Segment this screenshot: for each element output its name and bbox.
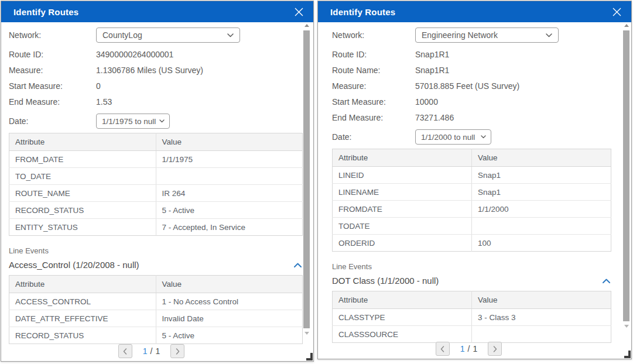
table-row: ENTITY_STATUS7 - Accepted, In Service — [9, 219, 303, 236]
end-measure-value: 1.53 — [96, 97, 112, 107]
value-column-header: Value — [156, 133, 303, 151]
prev-page-button[interactable] — [118, 344, 132, 358]
next-page-button[interactable] — [488, 342, 502, 356]
attribute-column-header: Attribute — [333, 149, 472, 167]
network-field: Network: CountyLog — [9, 28, 313, 43]
next-page-button[interactable] — [170, 344, 184, 358]
page-separator: / — [468, 344, 470, 353]
table-row: FROMDATE1/1/2000 — [333, 201, 611, 218]
pagination: 1/1 — [318, 341, 620, 357]
chevron-down-icon — [227, 33, 234, 37]
end-measure-field: End Measure: 73271.486 — [332, 109, 631, 125]
network-label: Network: — [9, 30, 96, 40]
total-pages: 1 — [155, 346, 160, 356]
resize-grip[interactable] — [306, 353, 313, 360]
scrollbar-thumb[interactable] — [303, 30, 310, 328]
end-measure-value: 73271.486 — [415, 113, 454, 122]
table-row: ORDERID100 — [333, 235, 611, 252]
scrollbar[interactable] — [622, 24, 630, 335]
attribute-column-header: Attribute — [9, 133, 156, 151]
chevron-up-icon[interactable] — [601, 277, 611, 284]
scrollbar[interactable] — [303, 24, 310, 344]
attribute-cell: RECORD_STATUS — [9, 327, 156, 344]
panel-title: Identify Routes — [330, 7, 395, 17]
date-field: Date: 1/1/1975 to null — [9, 114, 313, 129]
page-separator: / — [150, 346, 153, 356]
chevron-down-icon — [481, 135, 486, 139]
date-select[interactable]: 1/1/1975 to null — [96, 114, 170, 129]
page-indicator: 1/1 — [460, 344, 477, 353]
prev-page-button[interactable] — [436, 342, 450, 356]
date-label: Date: — [9, 116, 96, 126]
date-field: Date: 1/1/2000 to null — [332, 129, 631, 145]
chevron-up-icon[interactable] — [293, 262, 303, 269]
pagination: 1/1 — [1, 343, 302, 359]
route-name-value: Snap1R1 — [415, 66, 449, 75]
route-attribute-table: Attribute Value FROM_DATE1/1/1975 TO_DAT… — [9, 133, 303, 236]
attribute-cell: DATE_ATTR_EFFECTIVE — [9, 310, 156, 327]
value-column-header: Value — [472, 149, 611, 167]
attribute-cell: ACCESS_CONTROL — [9, 293, 156, 310]
line-event-attribute-table: Attribute Value CLASSTYPE3 - Class 3 CLA… — [332, 291, 611, 343]
measure-label: Measure: — [332, 81, 415, 91]
network-field: Network: Engineering Network — [332, 28, 631, 43]
attribute-cell: FROMDATE — [333, 201, 472, 218]
line-event-section-header: DOT Class (1/1/2000 - null) — [332, 274, 611, 287]
start-measure-label: Start Measure: — [9, 81, 96, 91]
table-row: RECORD_STATUS5 - Active — [9, 202, 303, 219]
scrollbar-thumb[interactable] — [623, 30, 629, 321]
resize-grip[interactable] — [624, 351, 631, 358]
route-name-field: Route Name: Snap1R1 — [332, 62, 631, 78]
attribute-cell: TODATE — [333, 218, 472, 235]
scrollbar-down-arrow-icon[interactable] — [304, 332, 309, 335]
attribute-cell: RECORD_STATUS — [9, 202, 156, 219]
date-select[interactable]: 1/1/2000 to null — [415, 129, 491, 145]
attribute-cell: LINEID — [333, 167, 472, 184]
chevron-down-icon — [159, 119, 165, 123]
value-cell: Snap1 — [472, 167, 611, 184]
date-select-value: 1/1/1975 to null — [102, 117, 156, 126]
close-icon[interactable] — [293, 6, 304, 17]
scrollbar-up-arrow-icon[interactable] — [304, 24, 309, 27]
value-cell: 5 - Active — [156, 327, 303, 344]
identify-routes-window-right: Identify Routes Network: Engineering Net… — [317, 1, 632, 359]
value-cell: 3 - Class 3 — [472, 309, 611, 326]
scrollbar-down-arrow-icon[interactable] — [624, 325, 629, 328]
route-attribute-table: Attribute Value LINEIDSnap1 LINENAMESnap… — [332, 149, 611, 252]
attribute-cell: ORDERID — [333, 235, 472, 252]
value-column-header: Value — [156, 276, 303, 293]
table-row: DATE_ATTR_EFFECTIVEInvalid Date — [9, 310, 303, 327]
attribute-column-header: Attribute — [9, 276, 156, 293]
value-cell: Snap1 — [472, 184, 611, 201]
attribute-cell: LINENAME — [333, 184, 472, 201]
table-header-row: Attribute Value — [9, 276, 303, 293]
date-label: Date: — [332, 132, 415, 142]
start-measure-label: Start Measure: — [332, 97, 415, 107]
table-header-row: Attribute Value — [333, 149, 611, 167]
value-cell: 5 - Active — [156, 202, 303, 219]
table-row: RECORD_STATUS5 - Active — [9, 327, 303, 344]
network-select[interactable]: Engineering Network — [415, 28, 559, 43]
scrollbar-up-arrow-icon[interactable] — [624, 24, 629, 27]
route-name-label: Route Name: — [332, 66, 415, 75]
network-select[interactable]: CountyLog — [96, 28, 240, 43]
table-row: LINEIDSnap1 — [333, 167, 611, 184]
value-column-header: Value — [472, 291, 611, 309]
line-event-section-header: Access_Control (1/20/2008 - null) — [9, 259, 303, 271]
route-id-value: 34900000264000001 — [96, 50, 173, 59]
panel-body: Network: Engineering Network Route ID: S… — [318, 22, 631, 359]
attribute-cell: ROUTE_NAME — [9, 185, 156, 202]
value-cell — [472, 218, 611, 235]
measure-field: Measure: 1.1306786 Miles (US Survey) — [9, 62, 313, 78]
current-page: 1 — [143, 346, 148, 356]
close-icon[interactable] — [611, 6, 622, 17]
current-page: 1 — [460, 344, 465, 353]
value-cell: 1/1/2000 — [472, 201, 611, 218]
network-select-value: CountyLog — [102, 30, 142, 40]
route-id-field: Route ID: 34900000264000001 — [9, 46, 313, 62]
page-indicator: 1/1 — [143, 346, 160, 356]
panel-body: Network: CountyLog Route ID: 34900000264… — [1, 22, 313, 361]
panel-title: Identify Routes — [13, 7, 78, 17]
measure-value: 57018.885 Feet (US Survey) — [415, 81, 519, 91]
end-measure-field: End Measure: 1.53 — [9, 94, 313, 109]
